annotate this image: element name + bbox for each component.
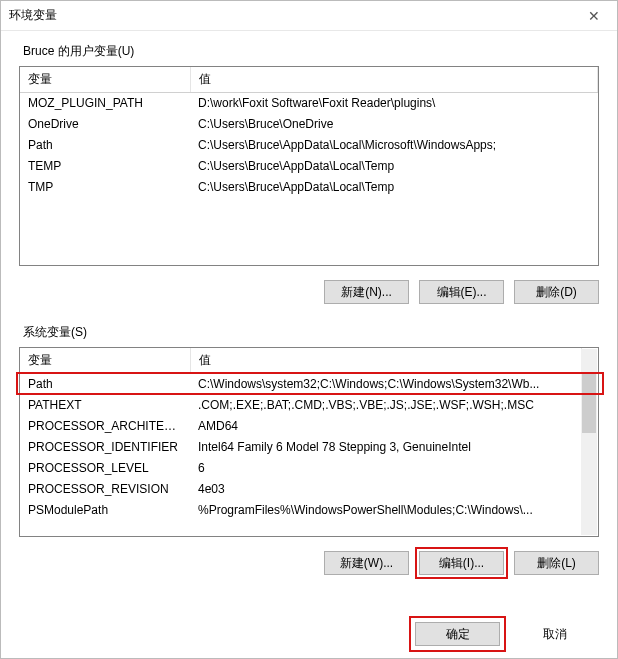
system-vars-label: 系统变量(S)	[19, 324, 599, 341]
system-new-button[interactable]: 新建(W)...	[324, 551, 409, 575]
table-row[interactable]: PROCESSOR_IDENTIFIERIntel64 Family 6 Mod…	[20, 437, 582, 458]
table-row[interactable]: MOZ_PLUGIN_PATHD:\work\Foxit Software\Fo…	[20, 93, 598, 114]
scrollbar-thumb[interactable]	[582, 373, 596, 433]
table-row[interactable]: PathC:\Users\Bruce\AppData\Local\Microso…	[20, 135, 598, 156]
system-delete-button[interactable]: 删除(L)	[514, 551, 599, 575]
table-row[interactable]: PROCESSOR_LEVEL6	[20, 458, 582, 479]
table-row[interactable]: PathC:\Windows\system32;C:\Windows;C:\Wi…	[20, 374, 582, 395]
user-vars-table[interactable]: 变量 值 MOZ_PLUGIN_PATHD:\work\Foxit Softwa…	[19, 66, 599, 266]
user-edit-button[interactable]: 编辑(E)...	[419, 280, 504, 304]
titlebar: 环境变量 ✕	[1, 1, 617, 31]
system-edit-button[interactable]: 编辑(I)...	[419, 551, 504, 575]
col-header-val[interactable]: 值	[190, 348, 582, 374]
table-row[interactable]: PROCESSOR_REVISION4e03	[20, 479, 582, 500]
table-header-row[interactable]: 变量 值	[20, 348, 582, 374]
close-icon[interactable]: ✕	[579, 8, 609, 24]
table-row[interactable]: PSModulePath%ProgramFiles%\WindowsPowerS…	[20, 500, 582, 521]
col-header-var[interactable]: 变量	[20, 348, 190, 374]
table-row[interactable]: TEMPC:\Users\Bruce\AppData\Local\Temp	[20, 156, 598, 177]
user-vars-label: Bruce 的用户变量(U)	[19, 43, 599, 60]
user-new-button[interactable]: 新建(N)...	[324, 280, 409, 304]
user-delete-button[interactable]: 删除(D)	[514, 280, 599, 304]
env-vars-dialog: 环境变量 ✕ Bruce 的用户变量(U) 变量 值 MOZ_PLUGIN_PA…	[0, 0, 618, 659]
window-title: 环境变量	[9, 7, 57, 24]
table-header-row[interactable]: 变量 值	[20, 67, 598, 93]
scrollbar[interactable]	[581, 349, 597, 535]
ok-button[interactable]: 确定	[415, 622, 500, 646]
col-header-var[interactable]: 变量	[20, 67, 190, 93]
system-vars-table[interactable]: 变量 值 PathC:\Windows\system32;C:\Windows;…	[19, 347, 599, 537]
cancel-button[interactable]: 取消	[512, 622, 597, 646]
table-row[interactable]: PATHEXT.COM;.EXE;.BAT;.CMD;.VBS;.VBE;.JS…	[20, 395, 582, 416]
table-row[interactable]: PROCESSOR_ARCHITECT...AMD64	[20, 416, 582, 437]
table-row[interactable]: OneDriveC:\Users\Bruce\OneDrive	[20, 114, 598, 135]
table-row[interactable]: TMPC:\Users\Bruce\AppData\Local\Temp	[20, 177, 598, 198]
col-header-val[interactable]: 值	[190, 67, 598, 93]
